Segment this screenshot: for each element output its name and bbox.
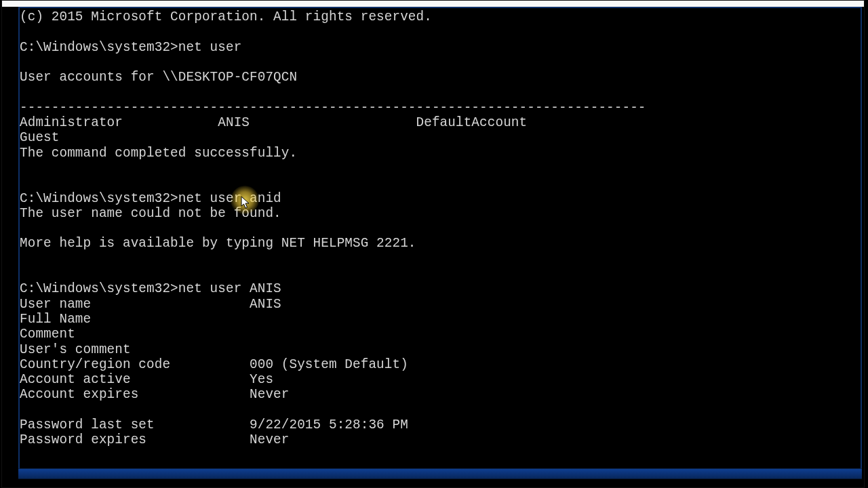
console-frame[interactable]: (c) 2015 Microsoft Corporation. All righ… (18, 7, 862, 471)
window-outer: (c) 2015 Microsoft Corporation. All righ… (1, 0, 865, 488)
window-titlebar-strip (2, 1, 864, 7)
window-bottom-border (18, 468, 862, 479)
console-output: (c) 2015 Microsoft Corporation. All righ… (20, 8, 861, 448)
